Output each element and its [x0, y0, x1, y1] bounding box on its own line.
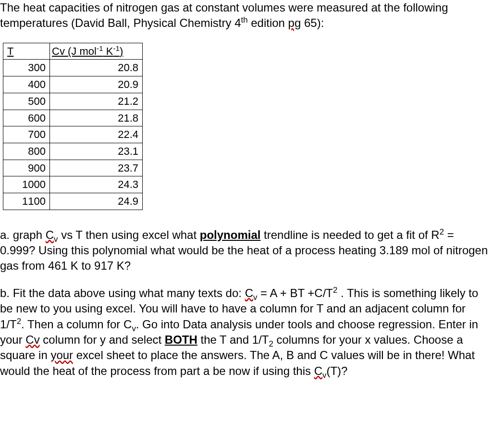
cell-t: 500 [3, 93, 50, 110]
cell-cv: 23.1 [50, 143, 143, 160]
intro-sup: th [241, 15, 248, 25]
cell-cv: 22.4 [50, 126, 143, 143]
table-row: 110024.9 [3, 193, 143, 210]
data-table: T Cv (J mol-1 K-1) 30020.8 40020.9 50021… [3, 43, 143, 210]
intro-pg: pg [288, 16, 301, 29]
cell-cv: 23.7 [50, 160, 143, 176]
cell-cv: 21.2 [50, 93, 143, 110]
table-row: 70022.4 [3, 126, 143, 143]
intro-part2: edition [248, 16, 288, 29]
intro-text: The heat capacities of nitrogen gas at c… [0, 0, 492, 31]
cell-cv: 21.8 [50, 110, 143, 126]
cell-t: 800 [3, 143, 50, 160]
cell-t: 400 [3, 76, 50, 93]
part-b-text: b. Fit the data above using what many te… [0, 286, 492, 379]
table-row: 50021.2 [3, 93, 143, 110]
cell-cv: 24.9 [50, 193, 143, 210]
polynomial-word: polynomial [200, 228, 261, 241]
cell-cv: 20.9 [50, 76, 143, 93]
part-a-text: a. graph Cv vs T then using excel what p… [0, 227, 492, 274]
cell-t: 1000 [3, 176, 50, 193]
cell-t: 700 [3, 126, 50, 143]
table-header-row: T Cv (J mol-1 K-1) [3, 43, 143, 60]
table-row: 60021.8 [3, 110, 143, 126]
table-row: 30020.8 [3, 60, 143, 76]
intro-part1: The heat capacities of nitrogen gas at c… [0, 1, 448, 29]
table-row: 90023.7 [3, 160, 143, 176]
cell-t: 600 [3, 110, 50, 126]
cell-t: 300 [3, 60, 50, 76]
both-word: BOTH [165, 333, 197, 346]
table-row: 100024.3 [3, 176, 143, 193]
intro-part3: 65): [301, 16, 324, 29]
cell-cv: 20.8 [50, 60, 143, 76]
table-row: 80023.1 [3, 143, 143, 160]
header-cv: Cv (J mol-1 K-1) [50, 43, 143, 60]
cell-t: 1100 [3, 193, 50, 210]
cell-cv: 24.3 [50, 176, 143, 193]
header-t: T [3, 43, 50, 60]
cell-t: 900 [3, 160, 50, 176]
table-row: 40020.9 [3, 76, 143, 93]
